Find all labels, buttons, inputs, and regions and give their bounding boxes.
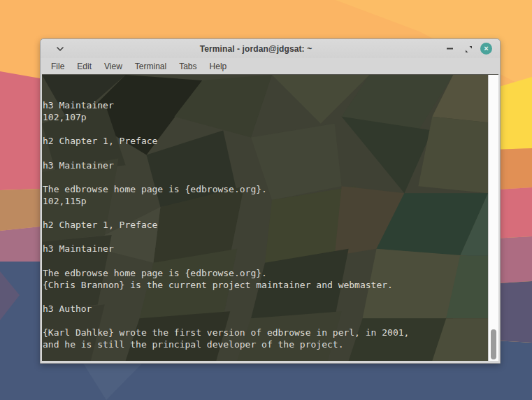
terminal-line <box>43 255 488 266</box>
terminal-lines: h3 Maintainer102,107p h2 Chapter 1, Pref… <box>43 99 488 361</box>
terminal-line <box>43 207 488 219</box>
terminal-viewport[interactable]: h3 Maintainer102,107p h2 Chapter 1, Pref… <box>42 74 498 361</box>
terminal-line <box>43 350 488 361</box>
menu-bar: File Edit View Terminal Tabs Help <box>41 58 500 74</box>
close-button[interactable]: × <box>480 43 492 55</box>
terminal-line: The edbrowse home page is {edbrowse.org}… <box>43 183 488 195</box>
terminal-line: The edbrowse home page is {edbrowse.org}… <box>43 267 488 279</box>
terminal-line: h2 Chapter 1, Preface <box>43 135 488 147</box>
menu-file[interactable]: File <box>46 60 69 73</box>
terminal-line: h3 Maintainer <box>43 159 488 171</box>
minimize-icon <box>447 48 453 50</box>
window-menu-button[interactable] <box>52 43 68 55</box>
menu-view[interactable]: View <box>99 60 127 73</box>
terminal-line <box>43 315 488 327</box>
window-title-bar[interactable]: Terminal - jordan@jdgsat: ~ × <box>41 39 500 58</box>
menu-tabs[interactable]: Tabs <box>174 60 201 73</box>
menu-terminal[interactable]: Terminal <box>130 60 171 73</box>
terminal-line <box>43 291 488 303</box>
menu-help[interactable]: Help <box>205 60 232 73</box>
terminal-line <box>43 231 488 243</box>
terminal-line: and he is still the principal developer … <box>43 338 488 350</box>
restore-icon <box>464 45 473 53</box>
terminal-line: {Chris Brannon} is the current project m… <box>43 279 488 291</box>
menu-edit[interactable]: Edit <box>72 60 96 73</box>
window-title: Terminal - jordan@jdgsat: ~ <box>68 44 444 54</box>
terminal-line: {Karl Dahlke} wrote the first version of… <box>43 327 488 338</box>
terminal-line <box>43 148 488 159</box>
close-icon: × <box>484 45 488 52</box>
terminal-line: h3 Maintainer <box>43 99 488 111</box>
terminal-line <box>43 123 488 135</box>
terminal-line <box>43 171 488 183</box>
terminal-line: h3 Author <box>43 303 488 315</box>
terminal-output: h3 Maintainer102,107p h2 Chapter 1, Pref… <box>42 76 488 361</box>
terminal-line: 102,107p <box>43 111 488 123</box>
scrollbar-thumb[interactable] <box>491 329 496 359</box>
chevron-down-icon <box>57 47 64 51</box>
terminal-window: Terminal - jordan@jdgsat: ~ × File Edit … <box>40 38 501 364</box>
terminal-line: h2 Chapter 1, Preface <box>43 219 488 231</box>
terminal-line: h3 Maintainer <box>43 243 488 255</box>
restore-button[interactable] <box>462 43 474 55</box>
terminal-scrollbar[interactable] <box>488 75 498 361</box>
terminal-line: 102,115p <box>43 195 488 207</box>
minimize-button[interactable] <box>444 43 456 55</box>
